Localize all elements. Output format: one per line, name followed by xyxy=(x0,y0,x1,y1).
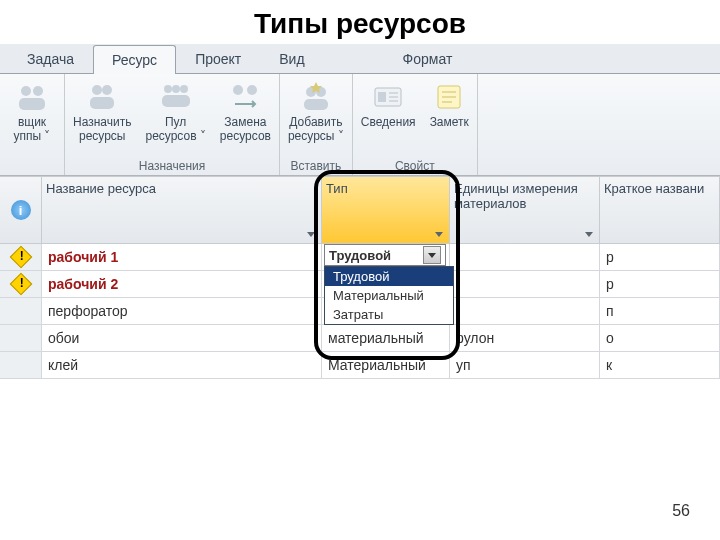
dropdown-caret-icon xyxy=(435,232,443,237)
dropdown-caret-icon xyxy=(307,232,315,237)
svg-point-11 xyxy=(247,85,257,95)
svg-rect-14 xyxy=(304,99,328,110)
tab-resource[interactable]: Ресурс xyxy=(93,45,176,74)
table-row[interactable]: клейМатериальныйупк xyxy=(0,352,720,379)
svg-rect-5 xyxy=(90,97,114,109)
indicator-cell xyxy=(0,298,42,324)
svg-point-8 xyxy=(180,85,188,93)
properties-group-label: Свойст xyxy=(395,157,435,173)
indicator-cell xyxy=(0,325,42,351)
swap-people-icon xyxy=(228,80,262,114)
column-header-type[interactable]: Тип xyxy=(322,177,450,243)
column-header-name[interactable]: Название ресурса xyxy=(42,177,322,243)
tab-task[interactable]: Задача xyxy=(8,44,93,73)
slide-title: Типы ресурсов xyxy=(0,0,720,44)
note-icon xyxy=(432,80,466,114)
chevron-down-icon xyxy=(428,253,436,258)
table-row[interactable]: обоиматериальныйрулоно xyxy=(0,325,720,352)
people-star-icon xyxy=(299,80,333,114)
people-pair-icon xyxy=(85,80,119,114)
short-cell[interactable]: к xyxy=(600,352,720,378)
svg-point-7 xyxy=(172,85,180,93)
svg-point-1 xyxy=(33,86,43,96)
name-cell[interactable]: перфоратор xyxy=(42,298,322,324)
insert-group-label: Вставить xyxy=(290,157,341,173)
indicator-cell xyxy=(0,271,42,297)
unit-cell[interactable] xyxy=(450,298,600,324)
type-combo-list[interactable]: Трудовой Материальный Затраты xyxy=(324,266,454,325)
name-cell[interactable]: рабочий 2 xyxy=(42,271,322,297)
overallocation-warning-icon xyxy=(9,246,32,269)
unit-cell[interactable] xyxy=(450,244,600,270)
substitute-resources-button[interactable]: Замена ресурсов xyxy=(214,78,277,157)
assignments-group-label: Назначения xyxy=(139,157,206,173)
column-header-units[interactable]: Единицы измерения материалов xyxy=(450,177,600,243)
combo-option[interactable]: Материальный xyxy=(325,286,453,305)
name-cell[interactable]: клей xyxy=(42,352,322,378)
short-cell[interactable]: р xyxy=(600,244,720,270)
assign-resources-button[interactable]: Назначить ресурсы xyxy=(67,78,137,157)
indicator-cell xyxy=(0,244,42,270)
svg-rect-2 xyxy=(19,98,45,110)
column-header-indicator[interactable]: i xyxy=(0,177,42,243)
indicator-cell xyxy=(0,352,42,378)
overallocation-warning-icon xyxy=(9,273,32,296)
svg-point-4 xyxy=(102,85,112,95)
column-header-short[interactable]: Краткое названи xyxy=(600,177,720,243)
unit-cell[interactable]: рулон xyxy=(450,325,600,351)
svg-point-0 xyxy=(21,86,31,96)
page-number: 56 xyxy=(672,502,690,520)
combo-option[interactable]: Трудовой xyxy=(325,267,453,286)
combo-dropdown-button[interactable] xyxy=(423,246,441,264)
svg-point-6 xyxy=(164,85,172,93)
unit-cell[interactable]: уп xyxy=(450,352,600,378)
name-cell[interactable]: обои xyxy=(42,325,322,351)
people-group-icon xyxy=(159,80,193,114)
short-cell[interactable]: р xyxy=(600,271,720,297)
unit-cell[interactable] xyxy=(450,271,600,297)
dropdown-caret-icon xyxy=(585,232,593,237)
svg-rect-9 xyxy=(162,95,190,107)
svg-point-10 xyxy=(233,85,243,95)
svg-rect-16 xyxy=(378,92,386,102)
team-planner-button[interactable]: вщикуппы ˅ xyxy=(2,78,62,157)
resource-grid: i Название ресурса Тип Единицы измерения… xyxy=(0,176,720,379)
resource-pool-button[interactable]: Пул ресурсов ˅ xyxy=(139,78,211,157)
grid-header-row: i Название ресурса Тип Единицы измерения… xyxy=(0,176,720,244)
name-cell[interactable]: рабочий 1 xyxy=(42,244,322,270)
ribbon-tabs: Задача Ресурс Проект Вид Формат xyxy=(0,44,720,74)
information-button[interactable]: Сведения xyxy=(355,78,422,157)
tab-view[interactable]: Вид xyxy=(260,44,323,73)
combo-option[interactable]: Затраты xyxy=(325,305,453,324)
svg-point-3 xyxy=(92,85,102,95)
short-cell[interactable]: о xyxy=(600,325,720,351)
type-cell[interactable]: материальный xyxy=(322,325,450,351)
tab-format[interactable]: Формат xyxy=(384,44,472,73)
tab-project[interactable]: Проект xyxy=(176,44,260,73)
short-cell[interactable]: п xyxy=(600,298,720,324)
add-resources-button[interactable]: Добавить ресурсы ˅ xyxy=(282,78,350,157)
info-icon: i xyxy=(11,200,31,220)
type-cell[interactable]: Материальный xyxy=(322,352,450,378)
card-icon xyxy=(371,80,405,114)
ribbon-body: вщикуппы ˅ Назначить ресурсы Пул ресурсо… xyxy=(0,74,720,176)
notes-button[interactable]: Заметк xyxy=(424,78,475,157)
people-icon xyxy=(15,80,49,114)
type-combo-selected[interactable]: Трудовой xyxy=(324,244,446,266)
